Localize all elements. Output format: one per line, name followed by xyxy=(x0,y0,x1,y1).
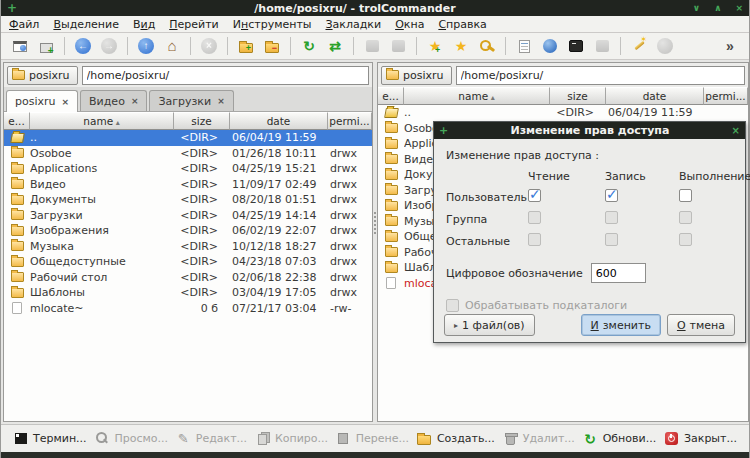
terminal-button[interactable] xyxy=(563,35,589,57)
folder-icon xyxy=(385,123,398,133)
drive-button[interactable]: posixru xyxy=(381,66,452,85)
column-header-ext[interactable]: e... xyxy=(4,112,30,130)
close-window-button[interactable]: Закрыт... xyxy=(664,431,737,446)
close-icon[interactable]: × xyxy=(735,1,743,15)
file-date: 02/06/18 22:38 xyxy=(230,271,328,284)
file-size: <DIR> xyxy=(174,178,230,191)
home-button[interactable]: ⌂ xyxy=(159,35,185,57)
remove-folder-button[interactable] xyxy=(259,35,285,57)
table-row[interactable]: ..<DIR>06/04/19 11:59 xyxy=(4,130,372,146)
toolbar-overflow-button[interactable]: » xyxy=(717,35,743,57)
menu-tools[interactable]: Инструменты xyxy=(233,18,312,31)
tab-Загрузки[interactable]: Загрузки× xyxy=(149,90,233,111)
menu-view[interactable]: Вид xyxy=(133,18,155,31)
minimize-icon[interactable]: ∨ xyxy=(693,1,700,15)
window-menu-icon[interactable]: + xyxy=(7,1,17,15)
recurse-checkbox[interactable] xyxy=(446,299,459,312)
swap-panels-button[interactable]: ⇄ xyxy=(322,35,348,57)
window-bottom-edge xyxy=(1,452,749,458)
new-window-button[interactable] xyxy=(7,35,33,57)
add-bookmark-icon: ★ xyxy=(429,38,442,54)
table-row[interactable]: Общедоступные<DIR>04/23/18 07:03drwx xyxy=(4,254,372,270)
permission-checkbox[interactable] xyxy=(605,189,618,202)
table-row[interactable]: Изображения<DIR>06/02/19 22:07drwx xyxy=(4,223,372,239)
cancel-button[interactable]: Отмена xyxy=(667,314,735,336)
new-tab-button[interactable] xyxy=(33,35,59,57)
add-bookmark-button[interactable]: ★ xyxy=(422,35,448,57)
column-header-date[interactable]: date xyxy=(230,112,328,130)
folder-icon xyxy=(385,139,398,149)
tab-posixru[interactable]: posixru× xyxy=(6,90,78,112)
folder-icon xyxy=(11,148,24,158)
column-header-ext[interactable]: e... xyxy=(378,87,404,105)
drive-button[interactable]: posixru xyxy=(7,66,78,85)
column-header-size[interactable]: size xyxy=(550,87,606,105)
numeric-permissions-input[interactable] xyxy=(591,263,646,283)
menu-windows[interactable]: Окна xyxy=(395,18,424,31)
permission-checkbox[interactable] xyxy=(528,189,541,202)
permission-checkbox[interactable] xyxy=(679,189,692,202)
dialog-title-bar: + Изменение прав доступа × xyxy=(434,122,745,139)
files-expander-button[interactable]: ▸ 1 файл(ов) xyxy=(444,314,535,336)
back-button[interactable]: ← xyxy=(70,35,96,57)
table-row[interactable]: Видео<DIR>11/09/17 02:49drwx xyxy=(4,177,372,193)
folder-icon xyxy=(11,257,24,267)
file-date: 11/09/17 02:49 xyxy=(230,178,328,191)
tab-close-icon[interactable]: × xyxy=(131,96,139,106)
maximize-icon[interactable]: ∧ xyxy=(714,1,721,15)
properties-button[interactable] xyxy=(511,35,537,57)
file-date: 04/23/18 07:03 xyxy=(230,255,328,268)
table-row[interactable]: Applications<DIR>04/25/19 15:21drwx xyxy=(4,161,372,177)
tab-Видео[interactable]: Видео× xyxy=(80,90,147,111)
swap-panels-icon: ⇄ xyxy=(329,38,341,54)
delete-icon xyxy=(503,431,518,446)
apply-button[interactable]: Изменить xyxy=(581,314,661,336)
dialog-close-icon[interactable]: × xyxy=(732,125,740,136)
table-row[interactable]: Музыка<DIR>10/12/18 18:27drwx xyxy=(4,239,372,255)
permissions-button[interactable] xyxy=(474,35,500,57)
menu-selection[interactable]: Выделение xyxy=(53,18,119,31)
table-row[interactable]: Рабочий стол<DIR>02/06/18 22:38drwx xyxy=(4,270,372,286)
splitter-grip-icon xyxy=(374,212,376,234)
mkdir-button[interactable]: Создать... xyxy=(417,431,495,446)
wand-button[interactable] xyxy=(626,35,652,57)
column-header-size[interactable]: size xyxy=(174,112,230,130)
reload-panels-button[interactable]: ↻ xyxy=(296,35,322,57)
network-button[interactable] xyxy=(537,35,563,57)
tab-close-icon[interactable]: × xyxy=(62,97,70,107)
function-button-label: Обнови... xyxy=(603,432,657,445)
table-row[interactable]: Шаблоны<DIR>03/04/19 17:05drwx xyxy=(4,285,372,301)
folder-icon xyxy=(385,154,398,164)
mkdir-icon xyxy=(417,431,432,446)
table-row[interactable]: Документы<DIR>08/20/18 01:51drwx xyxy=(4,192,372,208)
menu-bookmarks[interactable]: Закладки xyxy=(326,18,382,31)
location-input[interactable] xyxy=(82,66,369,85)
dialog-menu-icon[interactable]: + xyxy=(439,124,448,137)
menu-file[interactable]: Файл xyxy=(9,18,39,31)
location-input[interactable] xyxy=(456,66,745,85)
menu-help[interactable]: Справка xyxy=(438,18,486,31)
table-row[interactable]: Osoboe<DIR>01/26/18 10:11drwx xyxy=(4,146,372,162)
folder-icon xyxy=(385,247,398,257)
column-header-perms[interactable]: permi... xyxy=(328,112,372,130)
up-button[interactable]: ↑ xyxy=(133,35,159,57)
dialog-heading: Изменение прав доступа : xyxy=(446,149,733,162)
file-size: <DIR> xyxy=(174,162,230,175)
tab-close-icon[interactable]: × xyxy=(217,96,225,106)
column-header-date[interactable]: date xyxy=(606,87,704,105)
refresh-button[interactable]: ↻Обнови... xyxy=(583,431,657,446)
bookmarks-button[interactable]: ★ xyxy=(448,35,474,57)
column-header-perms[interactable]: permi... xyxy=(704,87,748,105)
edit-icon: ✎ xyxy=(176,431,191,446)
table-row[interactable]: ..<DIR>06/04/19 11:59 xyxy=(378,105,748,121)
file-name: Общедоступные xyxy=(30,255,174,268)
table-row[interactable]: Загрузки<DIR>04/25/19 14:14drwx xyxy=(4,208,372,224)
file-icon xyxy=(386,277,396,289)
column-header-name[interactable]: name ▴ xyxy=(30,112,174,130)
menu-go[interactable]: Перейти xyxy=(169,18,219,31)
add-folder-button[interactable] xyxy=(233,35,259,57)
column-header-name[interactable]: name ▴ xyxy=(404,87,550,105)
table-row[interactable]: mlocate~0 б07/21/17 03:04-rw- xyxy=(4,301,372,317)
file-size: <DIR> xyxy=(174,255,230,268)
terminal-button[interactable]: Термин... xyxy=(13,431,87,446)
